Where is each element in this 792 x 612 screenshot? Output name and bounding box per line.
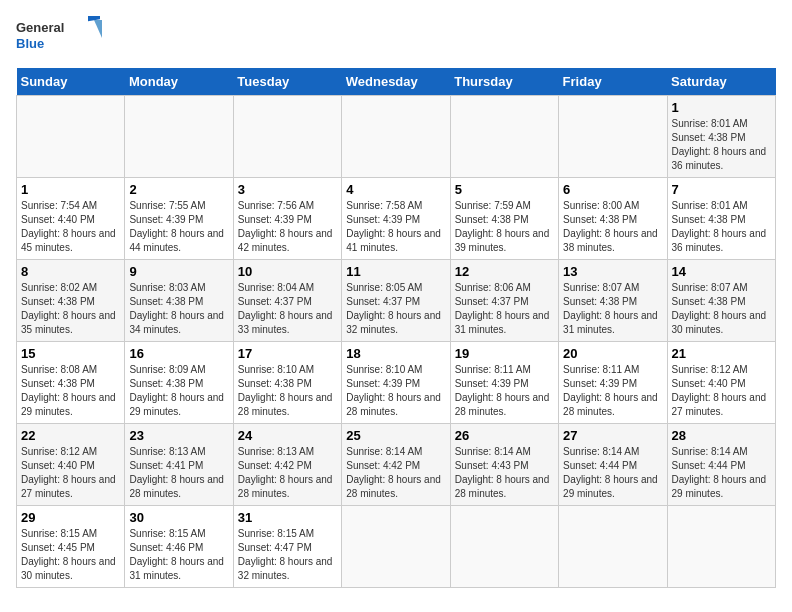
calendar-cell: 30Sunrise: 8:15 AMSunset: 4:46 PMDayligh… <box>125 506 233 588</box>
calendar-cell <box>342 96 450 178</box>
calendar-cell <box>125 96 233 178</box>
week-row-2: 1Sunrise: 7:54 AMSunset: 4:40 PMDaylight… <box>17 178 776 260</box>
day-header-sunday: Sunday <box>17 68 125 96</box>
calendar-cell: 24Sunrise: 8:13 AMSunset: 4:42 PMDayligh… <box>233 424 341 506</box>
week-row-6: 29Sunrise: 8:15 AMSunset: 4:45 PMDayligh… <box>17 506 776 588</box>
day-info: Sunrise: 8:02 AMSunset: 4:38 PMDaylight:… <box>21 281 120 337</box>
day-info: Sunrise: 8:15 AMSunset: 4:45 PMDaylight:… <box>21 527 120 583</box>
week-row-3: 8Sunrise: 8:02 AMSunset: 4:38 PMDaylight… <box>17 260 776 342</box>
day-number: 17 <box>238 346 337 361</box>
day-info: Sunrise: 7:54 AMSunset: 4:40 PMDaylight:… <box>21 199 120 255</box>
day-number: 29 <box>21 510 120 525</box>
day-info: Sunrise: 8:14 AMSunset: 4:44 PMDaylight:… <box>672 445 771 501</box>
day-info: Sunrise: 8:05 AMSunset: 4:37 PMDaylight:… <box>346 281 445 337</box>
day-number: 16 <box>129 346 228 361</box>
day-info: Sunrise: 8:13 AMSunset: 4:41 PMDaylight:… <box>129 445 228 501</box>
day-number: 26 <box>455 428 554 443</box>
day-header-tuesday: Tuesday <box>233 68 341 96</box>
logo-icon: General Blue <box>16 16 106 56</box>
day-info: Sunrise: 8:14 AMSunset: 4:43 PMDaylight:… <box>455 445 554 501</box>
calendar-cell: 6Sunrise: 8:00 AMSunset: 4:38 PMDaylight… <box>559 178 667 260</box>
day-number: 9 <box>129 264 228 279</box>
day-number: 8 <box>21 264 120 279</box>
day-number: 28 <box>672 428 771 443</box>
calendar-cell <box>450 96 558 178</box>
svg-marker-3 <box>94 20 102 38</box>
week-row-5: 22Sunrise: 8:12 AMSunset: 4:40 PMDayligh… <box>17 424 776 506</box>
day-number: 21 <box>672 346 771 361</box>
day-info: Sunrise: 8:07 AMSunset: 4:38 PMDaylight:… <box>563 281 662 337</box>
calendar-cell <box>559 96 667 178</box>
calendar-cell: 23Sunrise: 8:13 AMSunset: 4:41 PMDayligh… <box>125 424 233 506</box>
day-number: 27 <box>563 428 662 443</box>
day-number: 2 <box>129 182 228 197</box>
calendar-table: SundayMondayTuesdayWednesdayThursdayFrid… <box>16 68 776 588</box>
day-info: Sunrise: 8:15 AMSunset: 4:46 PMDaylight:… <box>129 527 228 583</box>
calendar-cell: 25Sunrise: 8:14 AMSunset: 4:42 PMDayligh… <box>342 424 450 506</box>
days-header-row: SundayMondayTuesdayWednesdayThursdayFrid… <box>17 68 776 96</box>
day-info: Sunrise: 8:14 AMSunset: 4:42 PMDaylight:… <box>346 445 445 501</box>
day-info: Sunrise: 8:06 AMSunset: 4:37 PMDaylight:… <box>455 281 554 337</box>
calendar-cell: 11Sunrise: 8:05 AMSunset: 4:37 PMDayligh… <box>342 260 450 342</box>
day-info: Sunrise: 8:12 AMSunset: 4:40 PMDaylight:… <box>21 445 120 501</box>
day-info: Sunrise: 7:59 AMSunset: 4:38 PMDaylight:… <box>455 199 554 255</box>
calendar-cell: 31Sunrise: 8:15 AMSunset: 4:47 PMDayligh… <box>233 506 341 588</box>
calendar-body: 1Sunrise: 8:01 AMSunset: 4:38 PMDaylight… <box>17 96 776 588</box>
day-number: 11 <box>346 264 445 279</box>
calendar-cell <box>667 506 775 588</box>
day-info: Sunrise: 8:12 AMSunset: 4:40 PMDaylight:… <box>672 363 771 419</box>
calendar-cell: 20Sunrise: 8:11 AMSunset: 4:39 PMDayligh… <box>559 342 667 424</box>
day-number: 24 <box>238 428 337 443</box>
calendar-cell <box>450 506 558 588</box>
calendar-cell: 9Sunrise: 8:03 AMSunset: 4:38 PMDaylight… <box>125 260 233 342</box>
day-number: 5 <box>455 182 554 197</box>
day-info: Sunrise: 8:09 AMSunset: 4:38 PMDaylight:… <box>129 363 228 419</box>
day-number: 22 <box>21 428 120 443</box>
calendar-cell: 12Sunrise: 8:06 AMSunset: 4:37 PMDayligh… <box>450 260 558 342</box>
day-number: 12 <box>455 264 554 279</box>
day-header-saturday: Saturday <box>667 68 775 96</box>
calendar-cell: 10Sunrise: 8:04 AMSunset: 4:37 PMDayligh… <box>233 260 341 342</box>
day-header-friday: Friday <box>559 68 667 96</box>
day-number: 1 <box>21 182 120 197</box>
day-number: 1 <box>672 100 771 115</box>
calendar-cell: 29Sunrise: 8:15 AMSunset: 4:45 PMDayligh… <box>17 506 125 588</box>
calendar-cell: 7Sunrise: 8:01 AMSunset: 4:38 PMDaylight… <box>667 178 775 260</box>
day-info: Sunrise: 8:15 AMSunset: 4:47 PMDaylight:… <box>238 527 337 583</box>
calendar-cell: 1Sunrise: 8:01 AMSunset: 4:38 PMDaylight… <box>667 96 775 178</box>
day-info: Sunrise: 8:11 AMSunset: 4:39 PMDaylight:… <box>563 363 662 419</box>
calendar-cell: 8Sunrise: 8:02 AMSunset: 4:38 PMDaylight… <box>17 260 125 342</box>
day-number: 6 <box>563 182 662 197</box>
day-number: 7 <box>672 182 771 197</box>
day-number: 23 <box>129 428 228 443</box>
calendar-cell: 3Sunrise: 7:56 AMSunset: 4:39 PMDaylight… <box>233 178 341 260</box>
calendar-cell: 28Sunrise: 8:14 AMSunset: 4:44 PMDayligh… <box>667 424 775 506</box>
calendar-cell <box>233 96 341 178</box>
day-info: Sunrise: 8:10 AMSunset: 4:38 PMDaylight:… <box>238 363 337 419</box>
day-number: 20 <box>563 346 662 361</box>
calendar-cell <box>559 506 667 588</box>
day-info: Sunrise: 8:01 AMSunset: 4:38 PMDaylight:… <box>672 199 771 255</box>
day-number: 3 <box>238 182 337 197</box>
day-number: 25 <box>346 428 445 443</box>
day-header-monday: Monday <box>125 68 233 96</box>
day-number: 10 <box>238 264 337 279</box>
calendar-cell: 4Sunrise: 7:58 AMSunset: 4:39 PMDaylight… <box>342 178 450 260</box>
calendar-cell: 16Sunrise: 8:09 AMSunset: 4:38 PMDayligh… <box>125 342 233 424</box>
calendar-cell: 5Sunrise: 7:59 AMSunset: 4:38 PMDaylight… <box>450 178 558 260</box>
day-header-wednesday: Wednesday <box>342 68 450 96</box>
calendar-cell: 15Sunrise: 8:08 AMSunset: 4:38 PMDayligh… <box>17 342 125 424</box>
day-number: 18 <box>346 346 445 361</box>
day-number: 4 <box>346 182 445 197</box>
day-number: 31 <box>238 510 337 525</box>
day-info: Sunrise: 8:13 AMSunset: 4:42 PMDaylight:… <box>238 445 337 501</box>
calendar-cell: 19Sunrise: 8:11 AMSunset: 4:39 PMDayligh… <box>450 342 558 424</box>
day-info: Sunrise: 7:55 AMSunset: 4:39 PMDaylight:… <box>129 199 228 255</box>
day-info: Sunrise: 8:14 AMSunset: 4:44 PMDaylight:… <box>563 445 662 501</box>
calendar-cell: 1Sunrise: 7:54 AMSunset: 4:40 PMDaylight… <box>17 178 125 260</box>
calendar-cell <box>342 506 450 588</box>
day-header-thursday: Thursday <box>450 68 558 96</box>
calendar-cell: 17Sunrise: 8:10 AMSunset: 4:38 PMDayligh… <box>233 342 341 424</box>
svg-text:Blue: Blue <box>16 36 44 51</box>
calendar-cell: 2Sunrise: 7:55 AMSunset: 4:39 PMDaylight… <box>125 178 233 260</box>
